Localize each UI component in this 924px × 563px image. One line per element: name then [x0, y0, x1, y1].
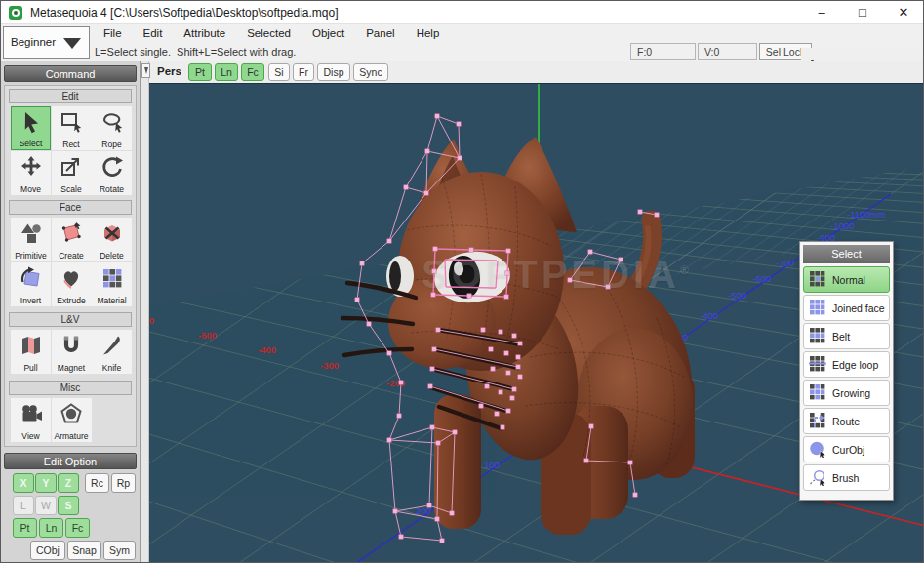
- tool-create[interactable]: Create: [52, 218, 92, 261]
- mode-dropdown-value: Beginner: [11, 36, 56, 48]
- view-mode-label: Pers: [157, 65, 181, 77]
- menu-bar: FileEditAttributeSelectedObjectPanelHelp: [93, 24, 450, 43]
- select-mode-curobj[interactable]: CurObj: [803, 436, 890, 462]
- camera-icon: [19, 413, 44, 429]
- menu-attribute[interactable]: Attribute: [173, 24, 236, 43]
- view-toggle-disp[interactable]: Disp: [317, 63, 350, 81]
- z-axis-label: -1000: [830, 221, 854, 231]
- minimize-button[interactable]: –: [802, 1, 841, 24]
- invert-icon: [19, 277, 44, 294]
- grid-edgeloop-icon: [809, 355, 826, 375]
- tool-armature[interactable]: Armature: [52, 398, 92, 442]
- view-toggle-fc[interactable]: Fc: [241, 63, 264, 81]
- primitive-icon: [19, 232, 44, 249]
- edit-option-rc[interactable]: Rc: [85, 473, 109, 493]
- status-hint: L=Select single. Shift+L=Select with dra…: [95, 46, 622, 58]
- scale-icon: [59, 166, 84, 182]
- viewport-toolbar: Pers PtLnFcSiFrDispSync: [149, 61, 924, 83]
- x-axis-label: -600: [149, 315, 154, 326]
- title-bar: Metasequoia 4 [C:\Users\Softpedia\Deskto…: [1, 1, 923, 24]
- edit-option-title: Edit Option: [4, 453, 137, 469]
- tool-primitive[interactable]: Primitive: [11, 218, 51, 261]
- tool-move[interactable]: Move: [11, 151, 51, 195]
- maximize-button[interactable]: □: [843, 1, 882, 24]
- edit-option-fc[interactable]: Fc: [65, 518, 90, 538]
- section-header-edit: Edit: [9, 89, 132, 103]
- edit-option-pt[interactable]: Pt: [13, 518, 37, 538]
- rotate-icon: [100, 166, 125, 182]
- select-mode-joined-face[interactable]: Joined face: [803, 295, 890, 321]
- edit-option-sym[interactable]: Sym: [103, 541, 136, 560]
- magnet-icon: [59, 344, 84, 361]
- tool-scale[interactable]: Scale: [52, 151, 92, 195]
- viewport-side-strip: [141, 61, 149, 563]
- menu-edit[interactable]: Edit: [133, 24, 174, 43]
- section-header-misc: Misc: [9, 381, 132, 395]
- edit-option-x[interactable]: X: [13, 473, 34, 493]
- select-mode-brush[interactable]: Brush: [803, 464, 890, 491]
- armature-icon: [59, 413, 84, 429]
- extrude-icon: [59, 277, 84, 294]
- view-toggle-fr[interactable]: Fr: [293, 63, 314, 81]
- x-axis-label: -400: [258, 344, 276, 355]
- edit-option-rp[interactable]: Rp: [111, 473, 136, 493]
- curobj-icon: [809, 440, 826, 460]
- tool-rect[interactable]: Rect: [52, 106, 92, 150]
- pin-icon[interactable]: [141, 63, 150, 78]
- brush-icon: [809, 468, 826, 488]
- x-axis-label: -300: [320, 360, 339, 371]
- tool-select[interactable]: Select: [11, 106, 51, 150]
- menu-panel[interactable]: Panel: [355, 24, 405, 43]
- menu-object[interactable]: Object: [301, 24, 355, 43]
- move-icon: [19, 166, 44, 182]
- edit-option-ln[interactable]: Ln: [39, 518, 63, 538]
- rect-select-icon: [59, 121, 84, 138]
- edit-option-w[interactable]: W: [35, 496, 57, 515]
- tool-delete[interactable]: Delete: [92, 218, 132, 261]
- view-toggle-pt[interactable]: Pt: [188, 63, 212, 81]
- window-title: Metasequoia 4 [C:\Users\Softpedia\Deskto…: [30, 6, 339, 20]
- menu-file[interactable]: File: [93, 24, 133, 43]
- tool-extrude[interactable]: Extrude: [52, 262, 92, 306]
- select-mode-belt[interactable]: Belt: [803, 323, 890, 349]
- edit-option-cobj[interactable]: CObj: [30, 541, 65, 560]
- z-axis-label: -600: [752, 273, 771, 284]
- material-icon: [100, 277, 125, 294]
- select-mode-normal[interactable]: Normal: [803, 266, 890, 293]
- tool-view[interactable]: View: [11, 398, 51, 442]
- close-button[interactable]: ✕: [884, 1, 923, 24]
- x-axis-label: -500: [198, 330, 217, 341]
- tool-rotate[interactable]: Rotate: [92, 151, 132, 195]
- tool-pull[interactable]: Pull: [11, 330, 51, 374]
- menu-selected[interactable]: Selected: [236, 24, 301, 43]
- app-logo-icon: [9, 6, 22, 20]
- menu-help[interactable]: Help: [406, 24, 451, 43]
- chevron-down-icon: [63, 38, 81, 49]
- edit-option-l[interactable]: L: [13, 496, 34, 515]
- tool-magnet[interactable]: Magnet: [52, 330, 92, 374]
- grid-route-icon: [809, 412, 826, 431]
- select-mode-edge-loop[interactable]: Edge loop: [803, 351, 890, 378]
- tool-material[interactable]: Material: [92, 262, 132, 306]
- cursor-icon: [19, 122, 44, 139]
- z-axis-label: -700: [776, 258, 794, 268]
- viewport-3d: Pers PtLnFcSiFrDispSync -600-500-400-300…: [141, 61, 924, 563]
- tool-knife[interactable]: Knife: [92, 330, 132, 374]
- edit-option-y[interactable]: Y: [35, 473, 57, 493]
- edit-option-s[interactable]: S: [58, 496, 79, 515]
- select-mode-growing[interactable]: Growing: [803, 380, 890, 406]
- select-mode-route[interactable]: Route: [803, 408, 890, 434]
- mode-dropdown[interactable]: Beginner: [3, 26, 90, 59]
- edit-option-snap[interactable]: Snap: [67, 541, 101, 560]
- tool-invert[interactable]: Invert: [11, 262, 51, 306]
- top-toolbar: Beginner FileEditAttributeSelectedObject…: [1, 24, 923, 61]
- edit-option-z[interactable]: Z: [58, 473, 79, 493]
- z-axis-label: 100: [484, 460, 500, 470]
- view-toggle-si[interactable]: Si: [268, 63, 290, 81]
- command-panel-title: Command: [4, 65, 137, 82]
- select-panel-title: Select: [803, 245, 890, 263]
- view-toggle-sync[interactable]: Sync: [353, 63, 388, 81]
- view-toggle-ln[interactable]: Ln: [215, 63, 238, 81]
- tool-rope[interactable]: Rope: [92, 106, 132, 150]
- command-panel: Command EditSelectRectRopeMoveScaleRotat…: [1, 61, 141, 563]
